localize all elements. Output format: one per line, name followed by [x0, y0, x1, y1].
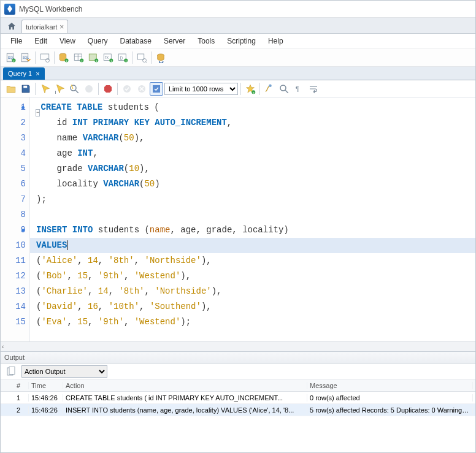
menu-database[interactable]: Database [114, 34, 158, 48]
menu-tools[interactable]: Tools [191, 34, 221, 48]
fold-toggle-icon[interactable]: − [36, 109, 40, 116]
svg-line-34 [75, 90, 79, 93]
code-line[interactable]: ('Eva', 15, '9th', 'Westend'); [36, 314, 475, 330]
rollback-icon[interactable] [135, 82, 148, 96]
explain-icon[interactable] [67, 82, 81, 96]
action-cell: CREATE TABLE students ( id INT PRIMARY K… [63, 394, 307, 402]
search-table-icon[interactable] [135, 51, 148, 64]
line-number: 8 [1, 207, 26, 223]
svg-text:+: + [253, 90, 255, 94]
stop-icon[interactable] [82, 82, 96, 96]
db-create-icon[interactable]: + [57, 51, 71, 64]
separator [35, 51, 36, 64]
sql-editor[interactable]: 123456789101112131415 −CREATE TABLE stud… [1, 97, 475, 341]
code-area[interactable]: −CREATE TABLE students ( id INT PRIMARY … [30, 97, 475, 341]
menu-server[interactable]: Server [158, 34, 191, 48]
svg-text:fx: fx [106, 55, 109, 59]
menu-help[interactable]: Help [262, 34, 290, 48]
editor-scrollbar[interactable]: ‹ [1, 341, 475, 351]
line-gutter: 123456789101112131415 [1, 97, 30, 341]
line-number: 12 [1, 268, 26, 284]
window-title: MySQL Workbench [19, 5, 82, 13]
db-proc-icon[interactable]: fx+ [101, 51, 115, 64]
invisible-chars-icon[interactable]: ¶ [292, 82, 305, 96]
close-icon[interactable]: × [60, 23, 64, 31]
code-line[interactable]: INSERT INTO students (name, age, grade, … [36, 223, 475, 238]
query-tab-bar: Query 1 × [1, 67, 475, 80]
line-number: 9 [1, 223, 26, 238]
code-line[interactable] [36, 207, 475, 223]
svg-text:+: + [96, 58, 98, 62]
message-cell: 0 row(s) affected [307, 394, 473, 402]
line-number: 2 [1, 115, 26, 131]
col-time: Time [29, 382, 63, 389]
output-row[interactable]: 115:46:26CREATE TABLE students ( id INT … [1, 392, 475, 404]
row-limit-select[interactable]: Limit to 1000 rows [164, 83, 238, 95]
svg-text:+: + [125, 58, 128, 62]
col-action: Action [63, 382, 307, 389]
reconnect-icon[interactable] [154, 51, 167, 64]
menu-edit[interactable]: Edit [28, 34, 53, 48]
db-table-icon[interactable]: + [72, 51, 85, 64]
db-func-icon[interactable]: ()+ [116, 51, 129, 64]
code-line[interactable]: ('Bob', 15, '9th', 'Westend'), [36, 268, 475, 284]
new-sql-icon[interactable]: SQL+ [4, 51, 18, 64]
svg-point-7 [46, 58, 50, 62]
home-button[interactable] [3, 20, 20, 33]
execute-icon[interactable] [38, 82, 52, 96]
query-tab[interactable]: Query 1 × [3, 67, 45, 80]
svg-point-33 [71, 85, 76, 91]
svg-point-28 [143, 58, 147, 62]
beautify-icon[interactable] [263, 82, 276, 96]
code-line[interactable]: name VARCHAR(50), [36, 131, 475, 146]
menu-scripting[interactable]: Scripting [221, 34, 262, 48]
line-number: 13 [1, 284, 26, 299]
line-number: 6 [1, 177, 26, 192]
menu-file[interactable]: File [4, 34, 28, 48]
autocommit-icon[interactable] [150, 82, 163, 96]
menu-view[interactable]: View [53, 34, 82, 48]
code-line[interactable]: ); [36, 192, 475, 207]
connection-tab[interactable]: tutorialkart × [21, 20, 68, 33]
code-line[interactable]: ('David', 16, '10th', 'Southend'), [36, 299, 475, 314]
svg-line-44 [285, 90, 288, 93]
code-line[interactable]: locality VARCHAR(50) [36, 177, 475, 192]
wrap-icon[interactable] [307, 82, 320, 96]
save-icon[interactable] [19, 82, 33, 96]
svg-line-29 [146, 61, 147, 63]
code-line[interactable]: grade VARCHAR(10), [36, 161, 475, 177]
line-number: 11 [1, 253, 26, 268]
output-table-header: # Time Action Message [1, 379, 475, 392]
open-file-icon[interactable] [4, 82, 18, 96]
favorite-icon[interactable]: + [244, 82, 257, 96]
code-line[interactable]: ('Alice', 14, '8th', 'Northside'), [36, 253, 475, 268]
code-line[interactable]: VALUES [36, 238, 475, 253]
find-icon[interactable] [277, 82, 291, 96]
execute-current-icon[interactable]: I [53, 82, 66, 96]
output-table: # Time Action Message 115:46:26CREATE TA… [1, 379, 475, 452]
svg-text:+: + [13, 58, 15, 62]
open-sql-icon[interactable]: SQL [19, 51, 33, 64]
line-number: 4 [1, 146, 26, 161]
output-type-select[interactable]: Action Output [21, 365, 107, 378]
code-line[interactable]: id INT PRIMARY KEY AUTO_INCREMENT, [36, 115, 475, 131]
code-line[interactable]: −CREATE TABLE students ( [36, 100, 475, 115]
svg-point-35 [85, 85, 93, 93]
separator [54, 51, 55, 64]
code-line[interactable]: age INT, [36, 146, 475, 161]
output-row[interactable]: 215:46:26INSERT INTO students (name, age… [1, 404, 475, 416]
code-line[interactable]: ('Charlie', 14, '8th', 'Northside'), [36, 284, 475, 299]
svg-text:I: I [55, 89, 56, 94]
stop-on-error-icon[interactable] [101, 82, 115, 96]
commit-icon[interactable] [120, 82, 134, 96]
editor-toolbar: I Limit to 1000 rows + ¶ [1, 80, 475, 97]
menu-query[interactable]: Query [82, 34, 114, 48]
output-clear-icon[interactable] [4, 365, 18, 378]
db-view-icon[interactable]: + [86, 51, 100, 64]
svg-rect-31 [23, 85, 27, 88]
svg-point-43 [280, 85, 286, 91]
inspector-icon[interactable] [38, 51, 52, 64]
close-icon[interactable]: × [36, 70, 39, 77]
home-icon [7, 21, 17, 31]
home-bar: tutorialkart × [1, 18, 475, 34]
